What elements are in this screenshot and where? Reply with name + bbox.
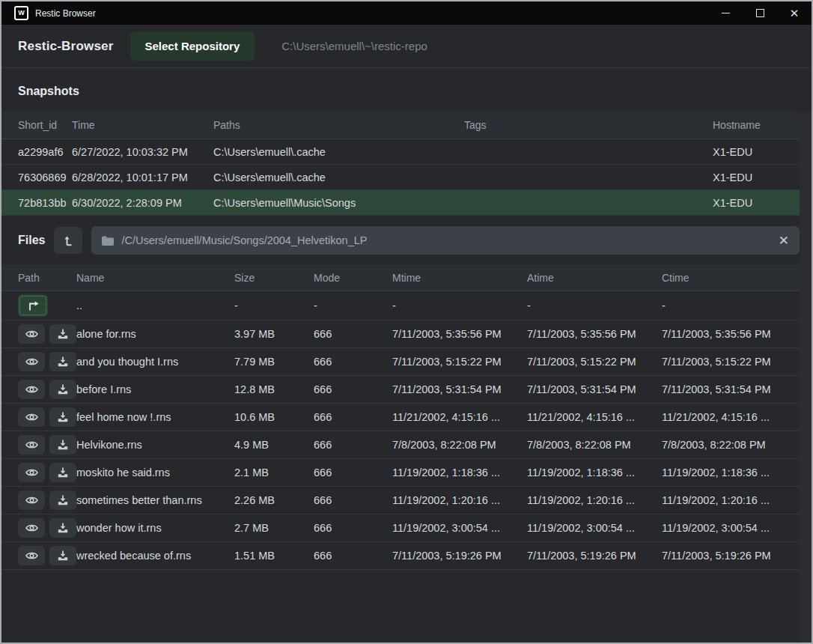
file-actions — [1, 435, 76, 455]
file-cell-mtime: 11/19/2002, 3:00:54 ... — [392, 522, 527, 534]
view-file-button[interactable] — [18, 546, 45, 565]
view-file-button[interactable] — [18, 380, 45, 399]
file-row[interactable]: moskito he said.rns2.1 MB66611/19/2002, … — [1, 459, 800, 487]
parent-directory-button[interactable] — [18, 294, 48, 317]
download-icon — [58, 329, 68, 339]
parent-size: - — [234, 300, 314, 312]
view-file-button[interactable] — [18, 490, 45, 510]
file-row[interactable]: alone for.rns3.97 MB6667/11/2003, 5:35:5… — [1, 321, 800, 348]
snapshots-title: Snapshots — [18, 85, 79, 97]
wails-logo-icon: W — [14, 6, 28, 20]
column-paths: Paths — [213, 119, 464, 131]
parent-atime: - — [527, 300, 662, 312]
file-row[interactable]: feel home now !.rns10.6 MB66611/21/2002,… — [1, 404, 800, 431]
download-file-button[interactable] — [49, 518, 76, 538]
close-icon: ✕ — [790, 7, 800, 19]
file-cell-mtime: 7/11/2003, 5:15:22 PM — [392, 356, 527, 368]
eye-icon — [25, 523, 38, 532]
file-row[interactable]: sometimes better than.rns2.26 MB66611/19… — [1, 487, 800, 514]
snapshot-cell-paths: C:\Users\emuell\.cache — [213, 171, 464, 183]
files-toolbar: Files /C/Users/emuell/Music/Songs/2004_H… — [1, 216, 800, 264]
scrollbar-track[interactable] — [800, 112, 812, 643]
view-file-button[interactable] — [18, 352, 45, 371]
snapshot-row[interactable]: 72b813bb6/30/2022, 2:28:09 PMC:\Users\em… — [1, 190, 800, 216]
snapshot-cell-hostname: X1-EDU — [713, 197, 800, 209]
file-cell-mode: 666 — [314, 550, 392, 562]
view-file-button[interactable] — [18, 435, 45, 455]
column-ctime: Ctime — [662, 272, 800, 284]
file-cell-mode: 666 — [314, 356, 392, 368]
file-cell-name: moskito he said.rns — [76, 467, 234, 479]
minimize-button[interactable] — [708, 1, 743, 25]
download-file-button[interactable] — [49, 324, 76, 344]
file-cell-mode: 666 — [314, 383, 392, 395]
file-cell-name: wonder how it.rns — [76, 522, 234, 534]
app-title: Restic-Browser — [18, 39, 114, 54]
file-cell-ctime: 7/11/2003, 5:19:26 PM — [662, 550, 800, 562]
file-cell-atime: 11/21/2002, 4:15:16 ... — [527, 411, 662, 423]
file-cell-atime: 7/11/2003, 5:31:54 PM — [527, 383, 662, 395]
column-atime: Atime — [527, 272, 662, 284]
view-file-button[interactable] — [18, 407, 45, 427]
eye-icon — [25, 496, 38, 505]
file-cell-size: 2.26 MB — [234, 494, 314, 506]
file-cell-name: before I.rns — [76, 383, 234, 395]
file-cell-size: 2.7 MB — [234, 522, 314, 534]
file-cell-ctime: 7/8/2003, 8:22:08 PM — [662, 439, 800, 451]
snapshot-cell-paths: C:\Users\emuell\.cache — [213, 146, 464, 158]
current-path-input[interactable]: /C/Users/emuell/Music/Songs/2004_Helveti… — [91, 226, 800, 255]
download-file-button[interactable] — [49, 546, 76, 565]
file-cell-atime: 11/19/2002, 1:18:36 ... — [527, 467, 662, 479]
clear-path-icon[interactable]: ✕ — [779, 234, 789, 247]
download-file-button[interactable] — [49, 463, 76, 482]
content-area: Snapshots Short_id Time Paths Tags Hostn… — [1, 67, 812, 643]
download-icon — [58, 523, 68, 533]
view-file-button[interactable] — [18, 324, 45, 344]
file-cell-mode: 666 — [314, 467, 392, 479]
maximize-button[interactable] — [743, 1, 777, 25]
file-row[interactable]: wonder how it.rns2.7 MB66611/19/2002, 3:… — [1, 514, 800, 542]
eye-icon — [25, 385, 38, 394]
file-cell-mtime: 7/8/2003, 8:22:08 PM — [392, 439, 527, 451]
download-file-button[interactable] — [49, 380, 76, 399]
file-row[interactable]: Helvikone.rns4.9 MB6667/8/2003, 8:22:08 … — [1, 431, 800, 459]
parent-directory-row[interactable]: .. - - - - - — [1, 291, 800, 321]
snapshot-cell-short-id: 72b813bb — [1, 197, 72, 209]
file-cell-mtime: 7/11/2003, 5:19:26 PM — [392, 550, 527, 562]
snapshot-cell-time: 6/30/2022, 2:28:09 PM — [72, 197, 213, 209]
file-cell-mode: 666 — [314, 522, 392, 534]
view-file-button[interactable] — [18, 518, 45, 538]
file-row[interactable]: wrecked because of.rns1.51 MB6667/11/200… — [1, 542, 800, 570]
file-cell-name: wrecked because of.rns — [76, 550, 234, 562]
snapshot-cell-short-id: a2299af6 — [1, 146, 72, 158]
select-repository-button[interactable]: Select Repository — [130, 31, 255, 61]
column-path: Path — [1, 272, 76, 284]
file-row[interactable]: before I.rns12.8 MB6667/11/2003, 5:31:54… — [1, 376, 800, 404]
download-icon — [58, 440, 68, 450]
files-title: Files — [18, 234, 45, 247]
column-name: Name — [76, 272, 234, 284]
snapshot-cell-short-id: 76306869 — [1, 171, 72, 183]
folder-icon — [102, 236, 114, 246]
view-file-button[interactable] — [18, 463, 45, 482]
eye-icon — [25, 440, 38, 449]
file-cell-mtime: 11/19/2002, 1:18:36 ... — [392, 467, 527, 479]
file-cell-mtime: 11/19/2002, 1:20:16 ... — [392, 494, 527, 506]
close-button[interactable]: ✕ — [777, 1, 812, 25]
download-file-button[interactable] — [49, 407, 76, 427]
download-file-button[interactable] — [49, 352, 76, 371]
file-row[interactable]: and you thought I.rns7.79 MB6667/11/2003… — [1, 348, 800, 376]
column-time: Time — [72, 119, 213, 131]
snapshot-row[interactable]: a2299af66/27/2022, 10:03:32 PMC:\Users\e… — [1, 139, 800, 165]
file-cell-size: 2.1 MB — [234, 467, 314, 479]
file-cell-atime: 11/19/2002, 3:00:54 ... — [527, 522, 662, 534]
eye-icon — [25, 413, 38, 422]
download-file-button[interactable] — [49, 435, 76, 455]
file-cell-name: alone for.rns — [76, 328, 234, 340]
column-tags: Tags — [464, 119, 713, 131]
download-file-button[interactable] — [49, 490, 76, 510]
snapshot-row[interactable]: 763068696/28/2022, 10:01:17 PMC:\Users\e… — [1, 165, 800, 190]
file-cell-ctime: 11/21/2002, 4:15:16 ... — [662, 411, 800, 423]
level-up-button[interactable] — [54, 227, 82, 254]
file-actions — [1, 380, 76, 399]
